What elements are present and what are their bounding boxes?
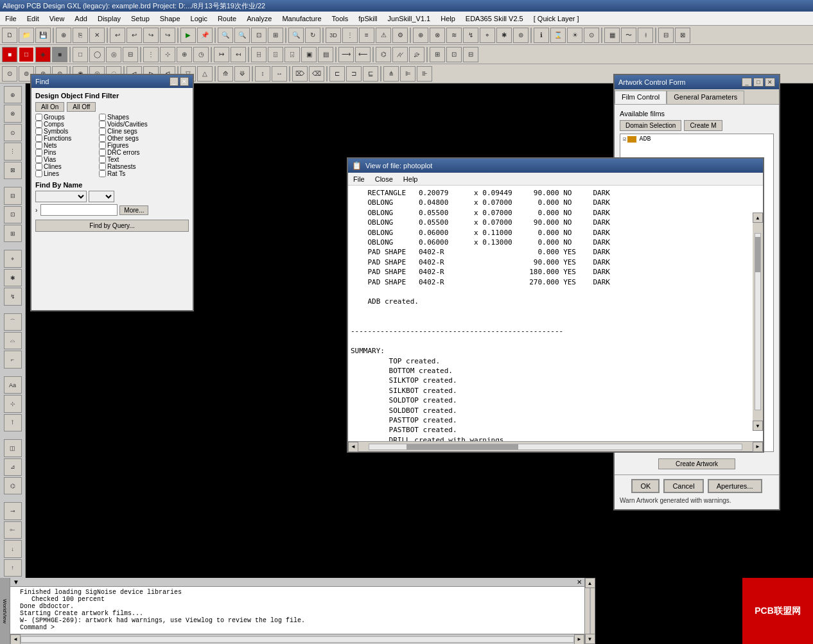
chk-clines[interactable]: Clines xyxy=(35,163,96,170)
chk-text[interactable]: Text xyxy=(99,156,160,163)
sb-15[interactable]: Aa xyxy=(4,376,22,394)
view-file-menu-close[interactable]: Close xyxy=(370,175,398,184)
zoom-fit-btn[interactable]: ⊡ xyxy=(251,28,267,43)
sb-16[interactable]: ⊹ xyxy=(4,395,22,412)
chk-pins[interactable]: Pins xyxy=(35,149,96,156)
zoom-in-btn[interactable]: 🔍 xyxy=(218,28,233,43)
sb-24[interactable]: ↑ xyxy=(4,559,22,577)
t2-7[interactable]: ◎ xyxy=(106,47,121,62)
t2-9[interactable]: ⋮ xyxy=(143,47,159,62)
extra7-btn[interactable]: ⊚ xyxy=(513,28,529,43)
t3-18[interactable]: ⌫ xyxy=(309,66,324,82)
ok-btn[interactable]: OK xyxy=(631,479,660,493)
t2-8[interactable]: ⊟ xyxy=(123,47,138,62)
t2-26[interactable]: ⊡ xyxy=(446,47,462,62)
sb-21[interactable]: ⊸ xyxy=(4,502,22,519)
chk-othersegs[interactable]: Other segs xyxy=(99,135,160,142)
menu-fpskill[interactable]: fpSkill xyxy=(353,13,382,24)
sb-13[interactable]: ⌓ xyxy=(4,332,22,349)
sb-5[interactable]: ⊠ xyxy=(4,162,22,179)
t2-5[interactable]: □ xyxy=(73,47,88,62)
sb-8[interactable]: ⊞ xyxy=(4,225,22,242)
artwork-restore-btn[interactable]: □ xyxy=(753,78,764,87)
find-minimize-btn[interactable]: _ xyxy=(170,77,179,86)
artwork-close-btn[interactable]: ✕ xyxy=(765,78,775,87)
sb-12[interactable]: ⌒ xyxy=(4,313,22,331)
find-close-btn[interactable]: ✕ xyxy=(180,77,189,86)
log-vscroll-up[interactable]: ▲ xyxy=(585,578,595,588)
t2-17[interactable]: ⌺ xyxy=(284,47,300,62)
hscroll-left-btn[interactable]: ◄ xyxy=(348,442,358,452)
menu-edit[interactable]: Edit xyxy=(22,13,44,24)
menu-shape[interactable]: Shape xyxy=(155,13,186,24)
artwork-minimize-btn[interactable]: _ xyxy=(742,78,752,87)
setup-btn[interactable]: ⚙ xyxy=(392,28,408,43)
all-off-btn[interactable]: All Off xyxy=(67,102,96,112)
grid-btn[interactable]: ⋮ xyxy=(342,28,358,43)
menu-setup[interactable]: Setup xyxy=(126,13,155,24)
chk-vias[interactable]: Vias xyxy=(35,156,96,163)
t2-24[interactable]: ⌮ xyxy=(409,47,424,62)
log-hscroll-track[interactable] xyxy=(21,636,574,643)
view-file-hscroll[interactable]: ◄ ► xyxy=(348,441,763,451)
redo2-btn[interactable]: ↪ xyxy=(160,28,175,43)
extra1-btn[interactable]: ⊕ xyxy=(413,28,428,43)
chk-drc[interactable]: DRC errors xyxy=(99,149,160,156)
t2-19[interactable]: ▤ xyxy=(318,47,333,62)
zoom-out-btn[interactable]: 🔍 xyxy=(234,28,250,43)
vscroll-track[interactable] xyxy=(755,233,761,410)
vscroll-up-btn[interactable]: ▲ xyxy=(753,213,763,223)
create-m-btn[interactable]: Create M xyxy=(684,120,722,131)
sb-4[interactable]: ⋮ xyxy=(4,143,22,160)
undo2-btn[interactable]: ↩ xyxy=(127,28,142,43)
tab-film-control[interactable]: Film Control xyxy=(615,91,667,104)
t2-23[interactable]: ⌭ xyxy=(392,47,408,62)
sb-9[interactable]: ⌖ xyxy=(4,250,22,267)
menu-add[interactable]: Add xyxy=(69,13,92,24)
search-btn[interactable]: 🔍 xyxy=(288,28,304,43)
menu-logic[interactable]: Logic xyxy=(186,13,213,24)
3d-btn[interactable]: 3D xyxy=(326,28,341,43)
film-adb[interactable]: ☑ ADB xyxy=(620,134,773,144)
extra4-btn[interactable]: ↯ xyxy=(463,28,478,43)
menu-junskill[interactable]: JunSkill_V1.1 xyxy=(383,13,436,24)
t3-23[interactable]: ⊫ xyxy=(400,66,415,82)
sb-19[interactable]: ⊿ xyxy=(4,458,22,476)
sb-2[interactable]: ⊗ xyxy=(4,105,22,122)
sb-14[interactable]: ⌐ xyxy=(4,351,22,368)
pcb1-btn[interactable]: ⊟ xyxy=(658,28,674,43)
t3-21[interactable]: ⊑ xyxy=(363,66,378,82)
menu-help[interactable]: Help xyxy=(435,13,460,24)
t3-16[interactable]: ↔ xyxy=(272,66,287,82)
sb-7[interactable]: ⊡ xyxy=(4,206,22,223)
chk-comps[interactable]: Comps xyxy=(35,121,96,128)
chk-clinesegs[interactable]: Cline segs xyxy=(99,128,160,135)
sb-11[interactable]: ↯ xyxy=(4,288,22,305)
t2-18[interactable]: ▣ xyxy=(301,47,317,62)
t2-22[interactable]: ⌬ xyxy=(376,47,391,62)
t3-20[interactable]: ⊐ xyxy=(346,66,362,82)
t2-21[interactable]: ⟵ xyxy=(355,47,371,62)
sb-23[interactable]: ↓ xyxy=(4,540,22,557)
extra6-btn[interactable]: ✱ xyxy=(496,28,512,43)
find-name-input[interactable] xyxy=(40,204,118,216)
copy-btn[interactable]: ⎘ xyxy=(73,28,88,43)
run-btn[interactable]: ▶ xyxy=(180,28,196,43)
t2-3[interactable]: ◈ xyxy=(35,47,51,62)
chk-lines[interactable]: Lines xyxy=(35,170,96,177)
undo-btn[interactable]: ↩ xyxy=(110,28,125,43)
hscroll-right-btn[interactable]: ► xyxy=(753,442,763,452)
menu-eda365[interactable]: EDA365 Skill V2.5 xyxy=(460,13,529,24)
t3-22[interactable]: ⋔ xyxy=(383,66,399,82)
hscroll-track[interactable] xyxy=(369,444,742,450)
snap-btn[interactable]: ⊕ xyxy=(56,28,71,43)
log-scroll-left[interactable]: ◄ xyxy=(10,634,21,645)
t2-25[interactable]: ⊞ xyxy=(430,47,445,62)
t3-17[interactable]: ⌦ xyxy=(292,66,308,82)
chk-groups[interactable]: Groups xyxy=(35,114,96,121)
t3-19[interactable]: ⊏ xyxy=(329,66,345,82)
find-query-btn[interactable]: Find by Query... xyxy=(35,220,189,232)
t2-14[interactable]: ↤ xyxy=(231,47,246,62)
t2-4[interactable]: ■ xyxy=(52,47,67,62)
create-artwork-btn[interactable]: Create Artwork xyxy=(658,458,735,469)
